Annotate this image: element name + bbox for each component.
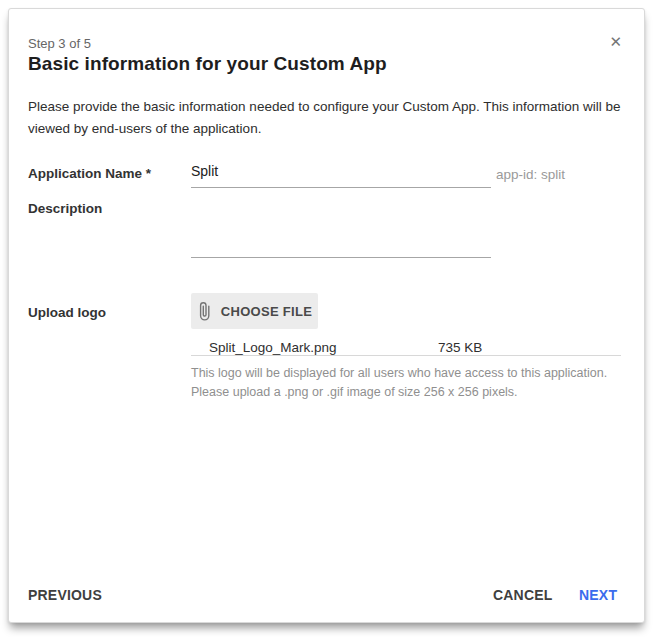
custom-app-dialog: Step 3 of 5 ✕ Basic information for your…: [8, 8, 645, 623]
description-input[interactable]: [191, 230, 491, 258]
upload-logo-label: Upload logo: [28, 305, 106, 320]
previous-button[interactable]: PREVIOUS: [28, 587, 102, 603]
choose-file-button[interactable]: CHOOSE FILE: [191, 293, 318, 329]
upload-logo-helper-text: This logo will be displayed for all user…: [191, 364, 641, 402]
dialog-description: Please provide the basic information nee…: [28, 96, 636, 139]
dialog-title: Basic information for your Custom App: [28, 53, 387, 75]
dialog-description-line2: viewed by end-users of the application.: [28, 118, 636, 140]
file-row-divider: [191, 355, 621, 356]
application-name-input[interactable]: [191, 160, 491, 188]
dialog-description-line1: Please provide the basic information nee…: [28, 96, 636, 118]
upload-logo-helper-line1: This logo will be displayed for all user…: [191, 364, 641, 383]
next-button[interactable]: NEXT: [579, 587, 617, 603]
application-name-label: Application Name *: [28, 166, 151, 181]
description-label: Description: [28, 201, 102, 216]
upload-logo-helper-line2: Please upload a .png or .gif image of si…: [191, 383, 641, 402]
uploaded-file-size: 735 KB: [438, 340, 482, 355]
step-indicator: Step 3 of 5: [28, 36, 91, 51]
paperclip-icon: [197, 302, 212, 321]
cancel-button[interactable]: CANCEL: [493, 587, 553, 603]
close-icon[interactable]: ✕: [609, 34, 622, 49]
app-id-hint: app-id: split: [496, 167, 565, 182]
choose-file-label: CHOOSE FILE: [221, 304, 312, 319]
uploaded-file-name: Split_Logo_Mark.png: [209, 340, 337, 355]
